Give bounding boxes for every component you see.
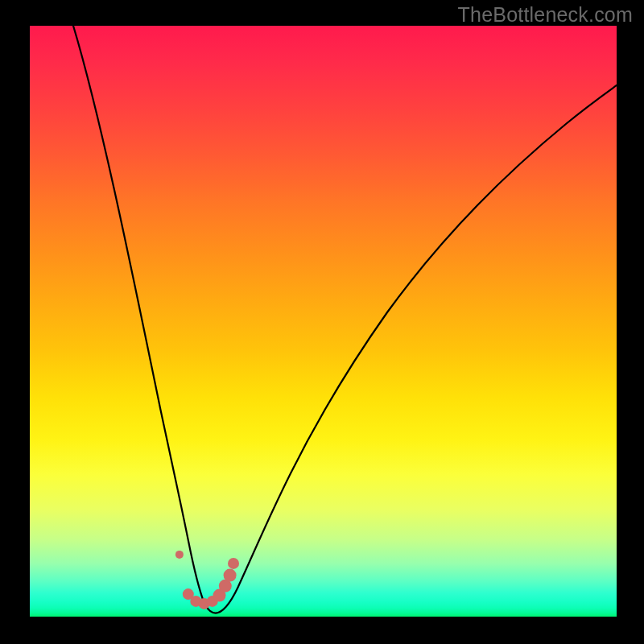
chart-frame: TheBottleneck.com — [0, 0, 644, 644]
plot-area — [30, 26, 617, 617]
curve-marker — [224, 569, 237, 582]
chart-svg — [30, 26, 617, 617]
bottleneck-curve — [73, 26, 617, 613]
marker-group — [175, 551, 239, 609]
curve-marker — [175, 551, 184, 559]
watermark-text: TheBottleneck.com — [458, 3, 633, 27]
curve-marker — [228, 558, 239, 569]
